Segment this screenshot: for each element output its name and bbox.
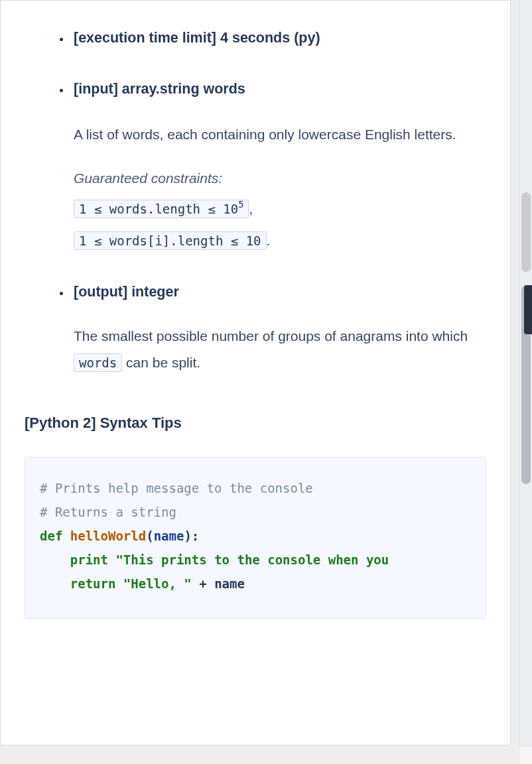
code-comment-2: # Returns a string <box>40 505 176 519</box>
code-str2: "Hello, " <box>123 576 192 591</box>
constraint-1-code: 1 ≤ words.length ≤ 105 <box>74 200 249 218</box>
code-kw-return: return <box>70 576 116 591</box>
spec-time-limit: [execution time limit] 4 seconds (py) <box>71 25 486 52</box>
problem-content: [execution time limit] 4 seconds (py) [i… <box>1 25 510 647</box>
panel-resize-handle[interactable] <box>524 285 532 334</box>
code-fn-name: helloWorld <box>70 529 146 543</box>
input-description: A list of words, each containing only lo… <box>74 121 486 148</box>
output-description: The smallest possible number of groups o… <box>74 323 486 376</box>
scrollbar-corner <box>519 745 532 764</box>
output-desc-code: words <box>74 353 122 372</box>
constraints-heading: Guaranteed constraints: <box>74 165 486 192</box>
constraint-2-after: . <box>267 233 271 248</box>
syntax-tips-code: # Prints help message to the console # R… <box>25 457 486 619</box>
spec-input: [input] array.string words A list of wor… <box>71 76 486 255</box>
code-kw-def: def <box>40 529 62 543</box>
code-plus: + <box>192 576 214 591</box>
code-rparen-colon: ): <box>184 529 199 543</box>
scrollbar-thumb-upper[interactable] <box>521 192 531 272</box>
constraint-1-sup: 5 <box>238 199 243 210</box>
output-desc-post: can be split. <box>122 355 200 370</box>
spec-output: [output] integer The smallest possible n… <box>71 279 486 376</box>
constraint-1-row: 1 ≤ words.length ≤ 105, <box>74 195 486 223</box>
constraint-1-after: , <box>249 201 253 216</box>
constraint-1-pre: 1 ≤ words.length ≤ 10 <box>79 202 238 216</box>
output-desc-pre: The smallest possible number of groups o… <box>74 328 468 344</box>
code-str1: "This prints to the console when you <box>115 552 396 567</box>
viewport: [execution time limit] 4 seconds (py) [i… <box>0 0 532 764</box>
input-label: [input] array.string words <box>74 81 245 97</box>
constraint-2-code: 1 ≤ words[i].length ≤ 10 <box>74 231 267 250</box>
code-arg: name <box>154 529 184 543</box>
code-comment-1: # Prints help message to the console <box>40 481 313 495</box>
scrollbar-track[interactable] <box>519 0 532 745</box>
code-lparen: ( <box>146 529 153 543</box>
syntax-tips-heading: [Python 2] Syntax Tips <box>25 409 486 437</box>
code-kw-print: print <box>70 552 108 567</box>
code-name2: name <box>214 576 245 591</box>
time-limit-label: [execution time limit] 4 seconds (py) <box>74 30 320 46</box>
constraint-2-row: 1 ≤ words[i].length ≤ 10. <box>74 227 486 255</box>
spec-list: [execution time limit] 4 seconds (py) [i… <box>25 25 486 376</box>
output-label: [output] integer <box>74 284 179 300</box>
problem-panel: [execution time limit] 4 seconds (py) [i… <box>0 0 511 745</box>
